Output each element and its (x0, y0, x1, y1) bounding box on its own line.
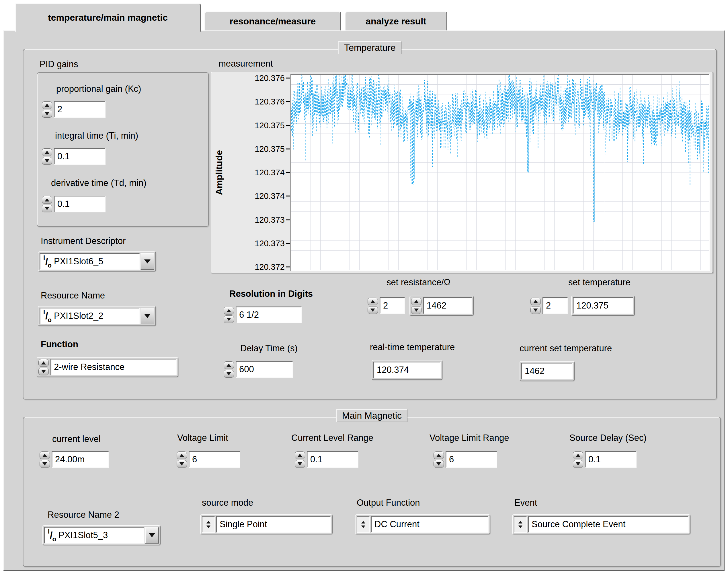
ring-selector[interactable] (357, 516, 370, 533)
spinner (411, 298, 421, 314)
decrement-button[interactable] (42, 157, 52, 165)
spinner (531, 298, 541, 314)
tab-label: resonance/measure (230, 16, 316, 27)
spinner (42, 196, 52, 212)
derivative-time-field[interactable]: 0.1 (54, 196, 105, 212)
decrement-icon (207, 526, 211, 528)
decrement-button[interactable] (411, 306, 421, 314)
set-temperature-field[interactable]: 120.375 (573, 297, 633, 314)
decrement-button[interactable] (573, 460, 583, 468)
decrement-button[interactable] (177, 460, 187, 468)
measurement-chart: Amplitude 120.376120.376120.375120.37512… (211, 72, 713, 273)
y-tick-mark (286, 219, 290, 220)
increment-button[interactable] (42, 149, 52, 156)
tab-temperature-main-magnetic[interactable]: temperature/main magnetic (15, 3, 201, 32)
decrement-button[interactable] (368, 306, 378, 314)
source-mode-field[interactable]: Single Point (216, 516, 331, 533)
voltage-limit-field[interactable]: 6 (189, 451, 240, 468)
increment-icon (227, 364, 231, 367)
y-tick-mark (286, 78, 290, 79)
resource-name-field[interactable]: I / o PXI1Slot2_2 (40, 308, 140, 324)
main-magnetic-group-title: Main Magnetic (336, 409, 407, 422)
spinner (40, 451, 50, 468)
decrement-icon (533, 309, 538, 312)
function-field[interactable]: 2-wire Resistance (50, 359, 177, 375)
increment-button[interactable] (531, 298, 541, 305)
integral-time-field[interactable]: 0.1 (54, 148, 105, 165)
delay-time-control: 600 (224, 361, 293, 378)
decrement-icon (414, 309, 419, 312)
increment-icon (533, 300, 538, 303)
tab-resonance-measure[interactable]: resonance/measure (204, 11, 341, 31)
decrement-icon (45, 207, 49, 210)
delay-time-field[interactable]: 600 (236, 361, 293, 378)
increment-button[interactable] (42, 101, 52, 109)
current-level-range-field[interactable]: 0.1 (307, 451, 358, 468)
decrement-icon (227, 372, 231, 375)
decrement-button[interactable] (295, 460, 305, 468)
y-tick-label: 120.374 (255, 168, 285, 177)
voltage-limit-label: Voltage Limit (177, 433, 228, 443)
voltage-limit-range-field[interactable]: 6 (446, 451, 497, 468)
set-resistance-label: set resistance/Ω (386, 277, 450, 288)
ring-selector[interactable] (514, 516, 527, 533)
decrement-button[interactable] (224, 316, 234, 323)
ring-selector[interactable] (202, 516, 215, 533)
real-time-temperature-display: 120.374 (372, 360, 443, 380)
resolution-in-digits-field[interactable]: 6 1/2 (236, 306, 302, 323)
y-axis-ticks: 120.376120.376120.375120.375120.374120.3… (227, 72, 290, 273)
io-icon-bottom: o (48, 262, 52, 269)
decrement-icon (41, 370, 46, 373)
increment-button[interactable] (224, 361, 234, 369)
increment-button[interactable] (40, 451, 50, 459)
output-function-field[interactable]: DC Current (371, 516, 489, 533)
increment-button[interactable] (411, 298, 421, 305)
decrement-button[interactable] (42, 110, 52, 118)
y-tick-mark (286, 149, 290, 149)
increment-button[interactable] (224, 307, 234, 315)
increment-icon (42, 454, 47, 457)
set-temperature-step-field[interactable]: 2 (543, 297, 568, 314)
increment-button[interactable] (42, 196, 52, 204)
event-field[interactable]: Source Complete Event (528, 516, 689, 533)
instrument-descriptor-field[interactable]: I / o PXI1Slot6_5 (40, 253, 140, 270)
decrement-button[interactable] (434, 460, 444, 468)
spinner (224, 307, 234, 323)
increment-button[interactable] (177, 451, 187, 459)
dropdown-button[interactable] (140, 308, 154, 324)
increment-button[interactable] (295, 451, 305, 459)
instrument-descriptor-value: PXI1Slot6_5 (54, 256, 103, 266)
spinner (368, 298, 378, 314)
io-icon-bottom: o (52, 536, 56, 543)
increment-button[interactable] (38, 359, 49, 367)
delay-time-value: 600 (239, 364, 254, 374)
io-icon-top: I (43, 254, 45, 261)
decrement-button[interactable] (42, 205, 52, 212)
y-tick-mark (286, 101, 290, 102)
set-resistance-step-field[interactable]: 2 (380, 297, 405, 314)
increment-button[interactable] (573, 451, 583, 459)
set-resistance-field[interactable]: 1462 (423, 297, 472, 314)
decrement-icon (437, 462, 441, 465)
resource-name-2-field[interactable]: I / o PXI1Slot5_3 (44, 527, 144, 543)
source-delay-field[interactable]: 0.1 (585, 451, 637, 468)
current-level-field[interactable]: 24.00m (52, 451, 109, 468)
increment-button[interactable] (368, 298, 378, 305)
y-axis-title: Amplitude (214, 150, 225, 195)
increment-button[interactable] (434, 451, 444, 459)
resource-name-control: I / o PXI1Slot2_2 (38, 306, 156, 326)
dropdown-button[interactable] (145, 527, 159, 543)
increment-icon (41, 361, 46, 365)
proportional-gain-field[interactable]: 2 (54, 101, 105, 118)
decrement-button[interactable] (224, 370, 234, 378)
decrement-button[interactable] (40, 460, 50, 468)
tab-analyze-result[interactable]: analyze result (345, 11, 447, 31)
instrument-descriptor-control: I / o PXI1Slot6_5 (38, 251, 156, 272)
increment-icon (227, 309, 231, 312)
io-icon: I / o (43, 310, 52, 323)
dropdown-button[interactable] (140, 253, 154, 270)
increment-icon (180, 454, 184, 457)
set-temperature-step-control: 2 (531, 297, 568, 314)
decrement-button[interactable] (38, 368, 49, 375)
decrement-button[interactable] (531, 306, 541, 314)
